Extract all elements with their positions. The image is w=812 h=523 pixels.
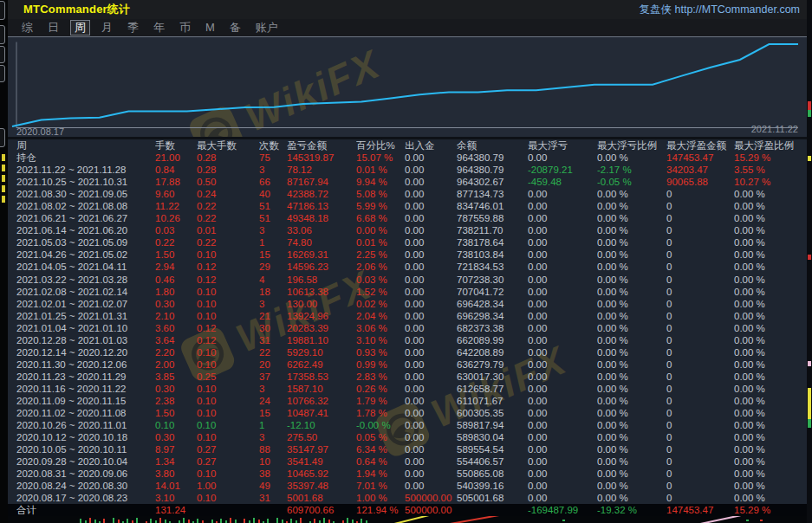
- week-row[interactable]: 2020.12.28 ~ 2021.01.033.640.123119881.1…: [8, 334, 807, 346]
- cell-最大浮盈比例: 0.00 %: [734, 443, 807, 455]
- cell-出入金: 0.00: [405, 395, 457, 407]
- week-row[interactable]: 2020.10.12 ~ 2020.10.180.300.103275.500.…: [8, 431, 807, 443]
- open-positions-row[interactable]: 持仓21.000.2875145319.8715.07 %0.00964380.…: [8, 152, 807, 164]
- week-row[interactable]: 2021.02.08 ~ 2021.02.141.800.101810613.3…: [8, 286, 807, 298]
- week-row[interactable]: 2020.10.26 ~ 2020.11.010.100.101-12.10-0…: [8, 419, 807, 431]
- cell-盈亏金额: 1587.10: [287, 383, 356, 395]
- total-row[interactable]: 合计131.24609700.66121.94 %500000.00-16948…: [8, 504, 807, 516]
- cell-最大浮亏比例: 0.00 %: [597, 492, 666, 504]
- cell-盈亏金额: 275.50: [287, 431, 356, 443]
- equity-chart[interactable]: WikiFX2020.08.172021.11.22: [8, 36, 807, 137]
- menu-item-月[interactable]: 月: [98, 21, 116, 35]
- cell-周: 2020.08.31 ~ 2020.09.06: [16, 468, 155, 480]
- cell-周: 2020.10.05 ~ 2020.10.11: [16, 443, 155, 455]
- menu-item-备[interactable]: 备: [226, 21, 244, 35]
- brand-link[interactable]: 复盘侠 http://MTCommander.com: [640, 3, 800, 17]
- cell-最大浮盈金额: 0: [666, 212, 734, 224]
- week-row[interactable]: 2021.06.21 ~ 2021.06.2710.260.225149348.…: [8, 212, 807, 224]
- week-row[interactable]: 2021.11.22 ~ 2021.11.280.840.28378.120.0…: [8, 164, 807, 176]
- cell-出入金: 0.00: [405, 164, 457, 176]
- cell-百分比%: 0.00 %: [356, 224, 405, 236]
- menu-item-账户[interactable]: 账户: [252, 21, 282, 35]
- cell-余额: 540399.16: [457, 480, 528, 492]
- week-row[interactable]: 2021.03.22 ~ 2021.03.280.460.124196.580.…: [8, 274, 807, 286]
- cell-最大浮盈金额: 0: [666, 310, 734, 322]
- cell-盈亏金额: 87167.94: [287, 176, 356, 188]
- cell-手数: 0.30: [155, 383, 197, 395]
- week-row[interactable]: 2020.08.31 ~ 2020.09.063.800.103810465.9…: [8, 468, 807, 480]
- week-row[interactable]: 2021.08.02 ~ 2021.08.0811.220.225147186.…: [8, 200, 807, 212]
- cell-出入金: 0.00: [405, 371, 457, 383]
- column-header: 盈亏金额: [287, 139, 356, 152]
- cell-盈亏金额: 47186.13: [287, 200, 356, 212]
- cell-周: 2021.06.21 ~ 2021.06.27: [16, 212, 155, 224]
- background-candle-edge: [808, 110, 811, 117]
- week-row[interactable]: 2020.08.17 ~ 2020.08.233.100.10315001.68…: [8, 492, 807, 504]
- cell-最大浮亏: -20879.21: [528, 164, 597, 176]
- cell-盈亏金额: 10487.41: [287, 407, 356, 419]
- cell-周: 2021.04.26 ~ 2021.05.02: [16, 249, 155, 261]
- cell-手数: 21.00: [155, 152, 197, 164]
- background-trend-line: [692, 516, 740, 523]
- background-tick: [323, 518, 325, 523]
- cell-最大浮亏: 0.00: [528, 236, 597, 249]
- week-row[interactable]: 2020.12.14 ~ 2020.12.202.200.10225929.10…: [8, 346, 807, 358]
- week-row[interactable]: 2020.11.16 ~ 2020.11.220.300.1031587.100…: [8, 383, 807, 395]
- background-tick: [197, 519, 198, 523]
- menu-item-周[interactable]: 周: [70, 20, 90, 36]
- week-row[interactable]: 2021.06.14 ~ 2021.06.200.030.01333.060.0…: [8, 224, 807, 236]
- cell-手数: 0.46: [155, 274, 197, 286]
- cell-最大浮盈金额: 0: [666, 298, 734, 310]
- week-row[interactable]: 2020.10.05 ~ 2020.10.118.970.278835147.9…: [8, 443, 807, 455]
- week-row[interactable]: 2021.10.25 ~ 2021.10.3117.880.506687167.…: [8, 176, 807, 188]
- week-row[interactable]: 2020.11.23 ~ 2020.11.293.850.253717358.5…: [8, 371, 807, 383]
- cell-最大手数: 0.10: [197, 468, 259, 480]
- week-row[interactable]: 2021.04.05 ~ 2021.04.112.940.122914596.2…: [8, 261, 807, 273]
- cell-最大浮亏: 0.00: [528, 346, 597, 358]
- week-row[interactable]: 2021.05.03 ~ 2021.05.090.220.22174.800.0…: [8, 236, 807, 249]
- cell-最大浮盈金额: 0: [666, 443, 734, 455]
- cell-手数: 3.60: [155, 322, 197, 334]
- cell-周: 2021.01.04 ~ 2021.01.10: [16, 322, 155, 334]
- cell-最大浮亏比例: 0.00 %: [597, 200, 666, 212]
- background-trend-line: [746, 520, 749, 521]
- cell-最大浮盈金额: 0: [666, 224, 734, 236]
- cell-最大浮盈比例: 0.00 %: [734, 492, 807, 504]
- week-row[interactable]: 2020.08.24 ~ 2020.08.3014.011.004935397.…: [8, 480, 807, 492]
- week-row[interactable]: 2021.01.04 ~ 2021.01.103.600.123020283.3…: [8, 322, 807, 334]
- cell-次数: 51: [259, 212, 287, 224]
- cell-最大浮盈比例: 0.00 %: [734, 249, 807, 261]
- cell-余额: 721834.53: [457, 261, 528, 273]
- cell-最大手数: 0.10: [197, 395, 259, 407]
- cell-最大浮盈金额: 0: [666, 236, 734, 249]
- cell-最大浮亏比例: 0.00 %: [597, 224, 666, 236]
- cell-出入金: 0.00: [405, 407, 457, 419]
- week-row[interactable]: 2021.08.30 ~ 2021.09.059.600.244042388.7…: [8, 188, 807, 200]
- week-row[interactable]: 2021.02.01 ~ 2021.02.070.300.103130.000.…: [8, 298, 807, 310]
- cell-最大浮亏比例: 0.00 %: [597, 236, 666, 249]
- menu-item-季[interactable]: 季: [124, 21, 142, 35]
- cell-手数: 14.01: [155, 480, 197, 492]
- week-row[interactable]: 2020.09.28 ~ 2020.10.041.340.27103541.49…: [8, 455, 807, 468]
- cell-余额: 505001.68: [457, 492, 528, 504]
- menu-item-年[interactable]: 年: [150, 21, 168, 35]
- week-row[interactable]: 2020.11.30 ~ 2020.12.062.000.10206262.49…: [8, 358, 807, 371]
- background-tick: [165, 520, 166, 523]
- week-row[interactable]: 2020.11.09 ~ 2020.11.152.380.102410766.3…: [8, 395, 807, 407]
- cell-最大浮亏比例: 0.00 %: [597, 419, 666, 431]
- cell-最大浮盈金额: 0: [666, 383, 734, 395]
- week-row[interactable]: 2020.11.02 ~ 2020.11.081.500.101510487.4…: [8, 407, 807, 419]
- menu-item-日[interactable]: 日: [44, 21, 62, 35]
- cell-盈亏金额: 196.58: [287, 274, 356, 286]
- column-header: 次数: [259, 139, 287, 152]
- background-button-edge: [0, 25, 5, 44]
- menu-item-综[interactable]: 综: [18, 21, 36, 35]
- cell-出入金: 0.00: [405, 286, 457, 298]
- week-row[interactable]: 2021.04.26 ~ 2021.05.021.500.101516269.3…: [8, 249, 807, 261]
- cell-次数: 24: [259, 395, 287, 407]
- cell-最大浮盈比例: 0.00 %: [734, 224, 807, 236]
- menu-item-币[interactable]: 币: [176, 21, 194, 35]
- cell-最大浮盈金额: 0: [666, 431, 734, 443]
- menu-item-M[interactable]: M: [202, 21, 218, 35]
- week-row[interactable]: 2021.01.25 ~ 2021.01.312.100.102113924.9…: [8, 310, 807, 322]
